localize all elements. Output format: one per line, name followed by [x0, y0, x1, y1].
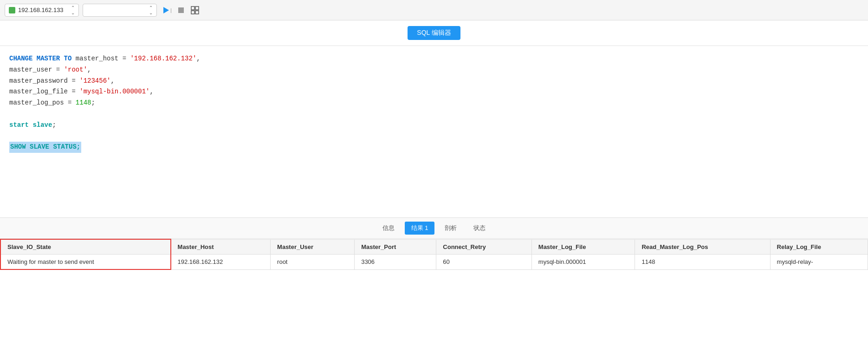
- sql-editor-button[interactable]: SQL 编辑器: [408, 26, 460, 40]
- run-button[interactable]: |: [161, 5, 173, 15]
- connection-icon: [9, 7, 15, 13]
- cell-read-master-log-pos: 1148: [635, 255, 770, 270]
- col-header-relay-log-file: Relay_Log_File: [770, 239, 868, 255]
- cell-slave-io-state: Waiting for master to send event: [0, 255, 171, 270]
- multi-query-icon: [190, 6, 200, 15]
- db-chevron-icon: ⌃⌄: [149, 5, 153, 15]
- stop-icon: [177, 7, 185, 14]
- table-row: Waiting for master to send event 192.168…: [0, 255, 868, 270]
- col-header-slave-io-state: Slave_IO_State: [0, 239, 171, 255]
- col-header-master-user: Master_User: [271, 239, 355, 255]
- col-header-read-master-log-pos: Read_Master_Log_Pos: [635, 239, 770, 255]
- svg-marker-0: [163, 7, 169, 13]
- tab-profiling[interactable]: 剖析: [438, 222, 463, 235]
- cell-relay-log-file: mysqld-relay-: [770, 255, 868, 270]
- sql-editor-header: SQL 编辑器: [0, 20, 868, 46]
- toolbar: 192.168.162.133 ⌃⌄ ⌃⌄ |: [0, 0, 868, 20]
- svg-rect-4: [195, 11, 199, 14]
- svg-rect-1: [178, 7, 184, 13]
- svg-rect-5: [191, 11, 194, 14]
- svg-rect-2: [191, 7, 194, 10]
- multi-query-button[interactable]: [189, 5, 201, 16]
- results-table: Slave_IO_State Master_Host Master_User M…: [0, 239, 868, 270]
- tab-status[interactable]: 状态: [467, 222, 492, 235]
- table-header-row: Slave_IO_State Master_Host Master_User M…: [0, 239, 868, 255]
- connection-text: 192.168.162.133: [18, 7, 68, 13]
- cell-master-log-file: mysql-bin.000001: [531, 255, 635, 270]
- stop-button[interactable]: [176, 6, 186, 15]
- code-editor[interactable]: CHANGE MASTER TO master_host = '192.168.…: [0, 46, 868, 218]
- bottom-tabs: 信息 结果 1 剖析 状态: [0, 218, 868, 239]
- cell-master-user: root: [271, 255, 355, 270]
- db-dropdown[interactable]: ⌃⌄: [83, 4, 157, 17]
- cell-master-port: 3306: [355, 255, 436, 270]
- connection-dropdown[interactable]: 192.168.162.133 ⌃⌄: [5, 4, 79, 17]
- col-header-master-host: Master_Host: [171, 239, 271, 255]
- tab-result1[interactable]: 结果 1: [405, 222, 435, 235]
- col-header-master-port: Master_Port: [355, 239, 436, 255]
- svg-rect-3: [195, 7, 199, 10]
- results-area: Slave_IO_State Master_Host Master_User M…: [0, 239, 868, 270]
- cell-connect-retry: 60: [436, 255, 531, 270]
- run-icon: [162, 6, 170, 14]
- col-header-connect-retry: Connect_Retry: [436, 239, 531, 255]
- cell-master-host: 192.168.162.132: [171, 255, 271, 270]
- col-header-master-log-file: Master_Log_File: [531, 239, 635, 255]
- tab-info[interactable]: 信息: [376, 222, 401, 235]
- chevron-down-icon: ⌃⌄: [71, 5, 75, 15]
